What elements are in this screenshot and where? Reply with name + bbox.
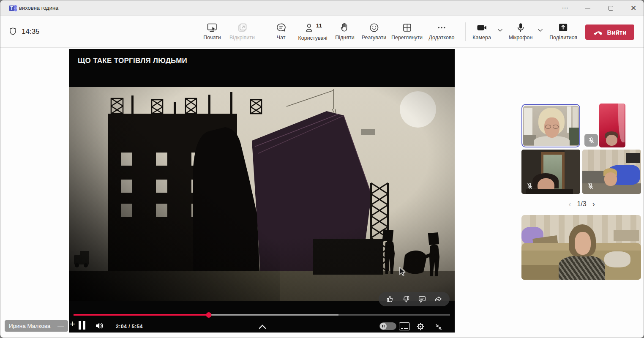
react-smiley-icon [368, 22, 379, 33]
mic-icon [515, 22, 526, 33]
gallery-view-icon [401, 22, 413, 33]
muted-mic-badge [586, 181, 595, 191]
shared-screen-player: ЩО ТАКЕ ТОРГІВЛЯ ЛЮДЬМИ [69, 49, 455, 333]
participant-video-large[interactable] [521, 215, 641, 280]
video-title: ЩО ТАКЕ ТОРГІВЛЯ ЛЮДЬМИ [78, 57, 187, 65]
camera-label: Камера [472, 35, 491, 41]
teams-logo-icon: T [9, 4, 17, 12]
hangup-icon [593, 27, 604, 38]
maximize-icon [609, 6, 613, 11]
window-title: виховна година [19, 5, 58, 11]
presenter-name: Ирина Малкова [9, 323, 56, 329]
mic-button[interactable]: Мікрофон [509, 22, 533, 41]
dislike-icon[interactable] [401, 294, 411, 304]
video-frame-art [69, 87, 455, 301]
zoom-in-button[interactable]: + [70, 319, 75, 330]
mic-chevron-down-icon[interactable] [538, 28, 543, 32]
participants-count-badge: 11 [316, 22, 322, 29]
share-forward-icon[interactable] [434, 294, 443, 304]
page-next-button[interactable]: › [592, 200, 595, 209]
more-dots-icon [436, 22, 448, 33]
share-label: Поділитися [549, 35, 577, 41]
screen-share-start-icon [207, 22, 218, 33]
timer-text: 14:35 [22, 27, 40, 36]
share-content-button[interactable]: Поділитися [549, 22, 577, 41]
toolbar-divider [263, 22, 263, 41]
participants-pagination: ‹ 1/3 › [557, 198, 606, 210]
zoom-out-button[interactable]: — [57, 322, 64, 330]
like-icon[interactable] [385, 294, 395, 304]
chat-label: Чат [277, 35, 286, 41]
progress-scrubber[interactable] [206, 312, 212, 318]
page-prev-button[interactable]: ‹ [568, 200, 571, 209]
settings-gear-icon[interactable] [415, 322, 426, 332]
view-label: Переглянути [391, 35, 423, 41]
participant-video-2[interactable] [521, 150, 580, 194]
meeting-toolbar: 14:35 Почати Відкріпити [0, 16, 644, 48]
page-indicator: 1/3 [577, 200, 586, 208]
chat-button[interactable]: Чат [276, 22, 287, 41]
presenter-label: Ирина Малкова — [5, 320, 68, 332]
mic-off-icon [587, 136, 595, 144]
start-sharing-button[interactable]: Почати [203, 22, 221, 41]
more-actions-button[interactable]: Додатково [429, 22, 455, 41]
camera-chevron-down-icon[interactable] [497, 28, 503, 32]
raise-hand-icon [339, 22, 351, 33]
window-minimize-button[interactable] [579, 0, 597, 16]
video-actions-pill [379, 292, 450, 306]
leave-label: Вийти [607, 29, 627, 36]
meeting-timer: 14:35 [8, 27, 40, 36]
teams-meeting-window: T виховна година ⋯ ✕ 14:35 Почати [0, 0, 644, 338]
start-label: Почати [203, 35, 221, 41]
shield-icon [8, 27, 18, 36]
toolbar-divider [465, 22, 466, 41]
participant-video-red[interactable] [599, 104, 625, 147]
participant-video-speaker[interactable] [521, 104, 580, 147]
view-button[interactable]: Переглянути [391, 22, 423, 41]
more-label: Додатково [429, 35, 455, 41]
raise-hand-button[interactable]: Підняти [335, 22, 354, 41]
played-bar [74, 314, 206, 316]
unpin-button[interactable]: Відкріпити [229, 22, 255, 41]
people-icon [303, 22, 315, 33]
raise-hand-label: Підняти [335, 35, 354, 41]
video-progress-bar[interactable] [74, 314, 450, 316]
captions-icon[interactable] [399, 322, 410, 330]
corner-shadow [69, 87, 280, 301]
mic-off-icon [587, 182, 595, 190]
meeting-stage: ЩО ТАКЕ ТОРГІВЛЯ ЛЮДЬМИ [0, 48, 644, 338]
muted-mic-badge [525, 181, 534, 191]
window-more-button[interactable]: ⋯ [556, 0, 574, 16]
share-icon [558, 22, 569, 33]
leave-button[interactable]: Вийти [585, 25, 634, 40]
mic-label: Мікрофон [509, 35, 533, 41]
expand-chevron-up-icon[interactable] [258, 324, 267, 329]
chat-icon [276, 22, 287, 33]
react-label: Реагувати [362, 35, 386, 41]
participants-label: Користувачі [298, 35, 327, 41]
camera-icon [476, 22, 488, 33]
comments-icon[interactable] [418, 294, 427, 304]
exit-fullscreen-icon[interactable] [434, 322, 443, 332]
minimize-icon [585, 8, 590, 8]
title-bar: T виховна година ⋯ ✕ [0, 0, 644, 16]
time-display: 2:04 / 5:54 [116, 324, 143, 330]
window-maximize-button[interactable] [601, 0, 620, 16]
autoplay-toggle-knob [380, 323, 387, 330]
unpin-label: Відкріпити [229, 35, 255, 41]
window-close-button[interactable]: ✕ [624, 0, 643, 16]
mic-off-icon [526, 182, 534, 190]
participants-button[interactable]: 11 Користувачі [298, 22, 327, 41]
muted-mic-badge [584, 134, 598, 147]
volume-icon[interactable] [94, 321, 104, 330]
speaker-video-art [523, 106, 579, 146]
camera-button[interactable]: Камера [472, 22, 491, 41]
autoplay-toggle[interactable] [379, 322, 396, 330]
participant-video-3[interactable] [582, 150, 641, 194]
react-button[interactable]: Реагувати [362, 22, 386, 41]
pause-button[interactable] [79, 321, 85, 330]
unpin-icon [236, 22, 248, 33]
